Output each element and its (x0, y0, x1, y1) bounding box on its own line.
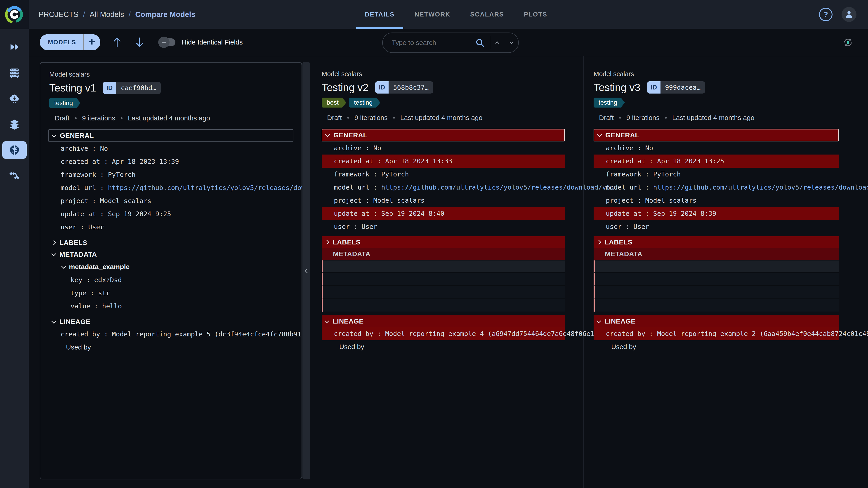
help-icon[interactable]: ? (819, 8, 833, 21)
project-name: Model scalars (594, 70, 868, 78)
search-prev-button[interactable] (490, 33, 504, 53)
section-metadata[interactable]: METADATA (322, 248, 565, 260)
breadcrumb-item[interactable]: PROJECTS (39, 10, 79, 19)
field-value: User (633, 223, 649, 230)
label: LINEAGE (59, 318, 90, 326)
field-link[interactable]: https://github.com/ultralytics/yolov5/re… (653, 184, 868, 191)
field-row-archive: archive : No (322, 141, 565, 155)
status-draft: Draft (327, 114, 342, 122)
sidebar-item-getting-started[interactable] (2, 38, 27, 56)
field-text: created by : (606, 330, 657, 337)
model-id-badge[interactable]: ID568b8c37… (375, 81, 433, 94)
chevron-down-icon (596, 318, 601, 323)
status-row: Draft9 iterationsLast updated 4 months a… (322, 114, 583, 122)
field-row-created-by: created by : Model reporting example 4 (… (322, 327, 565, 340)
collapse-column-handle[interactable] (303, 62, 310, 480)
field-row-archive: archive : No (594, 141, 839, 155)
field-value: edxzDsd (94, 276, 122, 284)
field-row-model-url: model url : https://github.com/ultralyti… (49, 181, 293, 194)
add-model-button[interactable]: + (84, 34, 100, 51)
field-row-update-at: update at : Sep 19 2024 9:25 (49, 207, 293, 221)
section-metadata[interactable]: METADATA (594, 248, 839, 260)
field-text: project : (606, 197, 645, 204)
status-row: Draft9 iterationsLast updated 4 months a… (594, 114, 868, 122)
sidebar-item-pipelines[interactable] (2, 167, 27, 185)
field-value: No (100, 144, 108, 152)
field-row-created-at: created at : Apr 18 2023 13:39 (49, 155, 293, 168)
sidebar-item-datasets[interactable] (2, 116, 27, 133)
model-title: Testing v3 (594, 81, 640, 94)
tab-details[interactable]: DETAILS (355, 0, 405, 29)
id-label: ID (375, 81, 389, 94)
detail-rows: GENERALarchive : Nocreated at : Apr 18 2… (322, 129, 565, 353)
arrow-up-icon (112, 37, 122, 48)
field-value: PyTorch (108, 171, 135, 178)
hide-identical-toggle[interactable] (160, 38, 176, 46)
field-text: update at : (606, 210, 653, 217)
sidebar-item-workers-queues[interactable] (2, 90, 27, 107)
compare-models-page: { "topbar": { "breadcrumb": [ {"label": … (0, 0, 868, 488)
field-link[interactable]: https://github.com/ultralytics/yolov5/re… (108, 184, 302, 192)
label: LINEAGE (604, 318, 636, 325)
section-metadata[interactable]: METADATA (49, 249, 293, 260)
tab-network[interactable]: NETWORK (405, 0, 460, 29)
model-id-badge[interactable]: ID999dacea… (647, 81, 705, 94)
section-labels[interactable]: LABELS (49, 237, 293, 249)
search-icon[interactable] (475, 38, 485, 48)
search-input[interactable] (383, 39, 475, 46)
section-lineage[interactable]: LINEAGE (49, 316, 293, 328)
field-row-archive: archive : No (49, 142, 293, 155)
field-link[interactable]: https://github.com/ultralytics/yolov5/re… (381, 184, 614, 191)
section-lineage[interactable]: LINEAGE (594, 315, 839, 327)
prev-diff-button[interactable] (111, 36, 123, 48)
dot-separator (393, 117, 395, 119)
iterations-count: 9 iterations (354, 114, 388, 122)
breadcrumb-item[interactable]: Compare Models (135, 10, 195, 19)
chevron-down-icon (52, 132, 57, 137)
id-label: ID (647, 81, 660, 94)
model-title: Testing v2 (322, 81, 368, 94)
field-text: created at : (334, 157, 385, 165)
tab-scalars[interactable]: SCALARS (460, 0, 514, 29)
clearml-logo-icon (4, 4, 24, 24)
field-value: User (362, 223, 377, 230)
clearml-logo[interactable] (0, 0, 29, 29)
models-button[interactable]: MODELS (40, 34, 83, 51)
tab-bar: DETAILSNETWORKSCALARSPLOTS (355, 0, 557, 29)
chevron-right-icon (51, 240, 56, 245)
field-text: update at : (334, 210, 381, 217)
section-lineage[interactable]: LINEAGE (322, 315, 565, 327)
next-diff-button[interactable] (134, 36, 146, 48)
field-text: model url : (334, 184, 381, 191)
field-row-project: project : Model scalars (594, 194, 839, 207)
model-title-row: Testing v3ID999dacea… (594, 81, 868, 94)
field-text: created by : (334, 330, 385, 337)
field-row-update-at: update at : Sep 19 2024 8:40 (322, 207, 565, 220)
field-text: project : (334, 197, 373, 204)
subsection-metadata_example[interactable]: metadata_example (49, 260, 293, 273)
section-labels[interactable]: LABELS (594, 236, 839, 248)
tab-plots[interactable]: PLOTS (514, 0, 557, 29)
auto-refresh-button[interactable] (842, 37, 854, 49)
status-row: Draft9 iterationsLast updated 4 months a… (49, 114, 292, 122)
field-value: Model reporting example 5 (dc3f94e4cfce4… (112, 330, 302, 338)
section-general[interactable]: GENERAL (322, 129, 565, 141)
chevron-down-icon (597, 132, 602, 137)
breadcrumb-item[interactable]: All Models (90, 10, 124, 19)
sidebar-item-models[interactable] (2, 141, 27, 159)
dot-separator (121, 117, 123, 119)
section-general[interactable]: GENERAL (49, 129, 293, 142)
empty-diff-row (322, 299, 565, 312)
sidebar-item-servers[interactable] (2, 64, 27, 82)
field-text: archive : (61, 144, 100, 152)
field-text: type : (70, 289, 98, 297)
label: METADATA (333, 250, 370, 258)
user-avatar[interactable] (842, 7, 857, 22)
section-labels[interactable]: LABELS (322, 236, 565, 248)
model-id-badge[interactable]: IDcaef90bd… (103, 82, 161, 94)
section-general[interactable]: GENERAL (594, 129, 839, 141)
id-value: caef90bd… (116, 82, 161, 94)
model-title: Testing v1 (49, 82, 96, 94)
breadcrumb-separator: / (129, 10, 131, 19)
search-next-button[interactable] (504, 33, 518, 53)
